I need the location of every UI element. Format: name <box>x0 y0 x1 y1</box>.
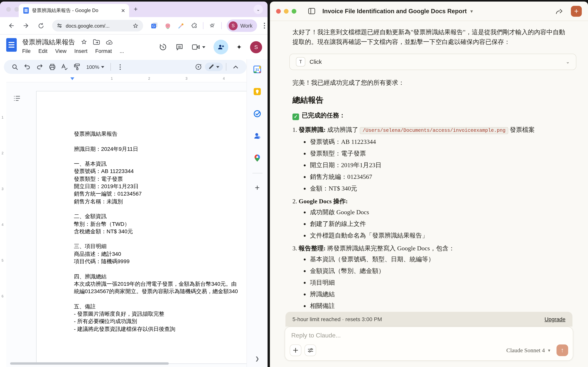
paint-format-icon[interactable] <box>71 61 83 72</box>
sidebar-toggle-icon[interactable] <box>308 8 315 14</box>
expand-tool-chevron-icon[interactable]: ⌄ <box>566 57 570 67</box>
zoom-window-button[interactable] <box>292 9 296 13</box>
new-tab-button[interactable]: + <box>134 5 138 13</box>
menu-format[interactable]: Format <box>95 48 112 54</box>
tab-search-chevron-icon[interactable]: ⌄ <box>253 5 263 14</box>
conversation-title[interactable]: Invoice File Identification and Google D… <box>322 8 467 15</box>
model-selector[interactable]: Claude Sonnet 4 ▼ <box>506 347 551 354</box>
tab-close-icon[interactable]: ✕ <box>120 8 126 13</box>
doc-line: 四、辨識總結 <box>74 273 247 280</box>
title-chevron-icon[interactable]: ▼ <box>469 9 474 13</box>
move-to-folder-icon[interactable] <box>93 39 100 45</box>
attach-button[interactable] <box>290 344 301 356</box>
indent-marker[interactable] <box>70 77 74 80</box>
document-canvas[interactable]: 發票辨識結果報告 辨識日期：2024年9月11日 一、基本資訊 發票號碼：AB … <box>6 83 247 367</box>
list-item: 3. 報告整理: 將發票辨識結果完整寫入 Google Docs，包含： <box>293 243 569 253</box>
menu-insert[interactable]: Insert <box>74 48 87 54</box>
back-button[interactable] <box>7 22 15 30</box>
ruler-number: 3 <box>185 77 187 81</box>
gemini-sparkle-icon[interactable]: ✦ <box>236 43 242 51</box>
new-chat-button[interactable]: + <box>571 6 582 17</box>
doc-line: 銷售方統一編號：01234567 <box>74 190 247 198</box>
keep-notes-icon[interactable] <box>253 87 261 96</box>
comments-icon[interactable] <box>175 43 184 51</box>
star-document-icon[interactable] <box>81 39 87 45</box>
site-settings-icon[interactable] <box>57 23 62 28</box>
google-docs-icon[interactable] <box>6 38 17 52</box>
horizontal-scrollbar[interactable] <box>10 362 169 365</box>
model-chevron-icon: ▼ <box>547 348 551 352</box>
add-side-panel-app-button[interactable]: + <box>255 184 260 191</box>
forward-button[interactable] <box>22 22 30 30</box>
horizontal-ruler[interactable]: 1 2 3 4 <box>6 76 247 83</box>
address-bar[interactable]: docs.google.com/... <box>52 20 143 32</box>
contacts-icon[interactable] <box>253 132 261 140</box>
list-item: 項目明細 <box>310 278 569 287</box>
eyedropper-extension-icon[interactable] <box>177 22 185 30</box>
tool-call-card[interactable]: T Click ⌄ <box>289 54 576 70</box>
document-title[interactable]: 發票辨識結果報告 <box>22 38 75 46</box>
tools-sliders-button[interactable] <box>304 344 316 356</box>
bookmark-star-icon[interactable] <box>133 23 138 29</box>
upgrade-link[interactable]: Upgrade <box>545 316 565 322</box>
reply-input[interactable]: Reply to Claude... <box>291 332 341 339</box>
assistant-paragraph: 太好了！我注意到文檔標題已經自動更新為"發票辨識結果報告"，這是從我們剛才輸入的… <box>293 27 569 47</box>
print-icon[interactable] <box>46 61 58 72</box>
conversation-scroll-area[interactable]: 太好了！我注意到文檔標題已經自動更新為"發票辨識結果報告"，這是從我們剛才輸入的… <box>270 21 588 312</box>
translate-extension-icon[interactable]: 文G <box>151 22 158 30</box>
menu-edit[interactable]: Edit <box>39 48 48 54</box>
url-text[interactable]: docs.google.com/... <box>66 23 129 29</box>
bookmark-sparkle-icon[interactable] <box>209 22 216 30</box>
tasks-icon[interactable] <box>253 110 261 118</box>
account-avatar[interactable]: S <box>250 41 262 53</box>
menu-view[interactable]: View <box>55 48 67 54</box>
docs-menubar: File Edit View Insert Format ... <box>22 48 155 54</box>
list-item: 成功開啟 Google Docs <box>310 208 569 217</box>
collapse-side-panel-chevron-icon[interactable]: ❯ <box>255 356 259 362</box>
meet-video-icon[interactable] <box>192 43 205 50</box>
list-item: 1. 發票辨識: 成功辨識了 /Users/selena/Documents/a… <box>293 125 569 136</box>
chrome-menu-kebab-icon[interactable] <box>261 22 268 30</box>
reload-button[interactable] <box>37 22 45 30</box>
minimize-window-button[interactable] <box>14 7 19 12</box>
reply-composer[interactable]: Reply to Claude... Claude Sonnet 4 ▼ ↑ <box>285 326 573 361</box>
side-panel-divider <box>252 173 262 173</box>
cloud-saved-icon[interactable] <box>106 39 113 45</box>
zoom-select[interactable]: 100% <box>83 64 108 70</box>
extensions-puzzle-icon[interactable] <box>190 22 198 30</box>
toolbar-divider <box>203 22 203 29</box>
doc-line: 商品描述：總計340 <box>74 250 247 258</box>
editing-mode-button[interactable] <box>205 63 223 71</box>
menu-overflow[interactable]: ... <box>120 48 124 54</box>
share-conversation-icon[interactable] <box>555 8 563 15</box>
undo-icon[interactable] <box>21 61 34 72</box>
document-page[interactable]: 發票辨識結果報告 辨識日期：2024年9月11日 一、基本資訊 發票號碼：AB … <box>36 91 247 364</box>
docs-favicon-icon <box>23 7 29 14</box>
strawberry-extension-icon[interactable] <box>164 22 171 30</box>
search-menus-icon[interactable] <box>8 61 21 72</box>
document-text[interactable]: 發票辨識結果報告 辨識日期：2024年9月11日 一、基本資訊 發票號碼：AB … <box>74 130 247 333</box>
toolbar-kebab-icon[interactable] <box>114 61 126 72</box>
close-window-button[interactable] <box>276 9 281 13</box>
menu-file[interactable]: File <box>22 48 31 54</box>
redo-icon[interactable] <box>34 61 46 72</box>
calendar-icon[interactable]: 31 <box>253 65 261 74</box>
collapse-toolbar-chevron-icon[interactable] <box>229 61 242 72</box>
slideshow-sparkle-icon[interactable] <box>193 61 205 72</box>
file-path-code[interactable]: /Users/selena/Documents/access/invoiceex… <box>360 127 508 134</box>
doc-line: 銷售方名稱：未識別 <box>74 198 247 205</box>
version-history-icon[interactable] <box>159 43 167 51</box>
share-button[interactable] <box>213 40 228 54</box>
vertical-ruler[interactable]: 1 2 3 4 5 6 <box>0 83 6 367</box>
spellcheck-icon[interactable] <box>58 61 71 72</box>
send-button[interactable]: ↑ <box>556 344 568 356</box>
maps-icon[interactable] <box>253 154 261 162</box>
browser-tab[interactable]: 發票辨識結果報告 - Google Do ✕ <box>19 4 129 17</box>
minimize-window-button[interactable] <box>284 9 289 13</box>
profile-name: Work <box>240 23 252 29</box>
chrome-profile-chip[interactable]: S Work <box>227 19 257 32</box>
check-emoji-icon: ✓ <box>293 114 299 120</box>
doc-line: 發票辨識結果報告 <box>74 130 247 138</box>
close-window-button[interactable] <box>6 7 11 12</box>
document-outline-icon[interactable] <box>13 95 21 103</box>
